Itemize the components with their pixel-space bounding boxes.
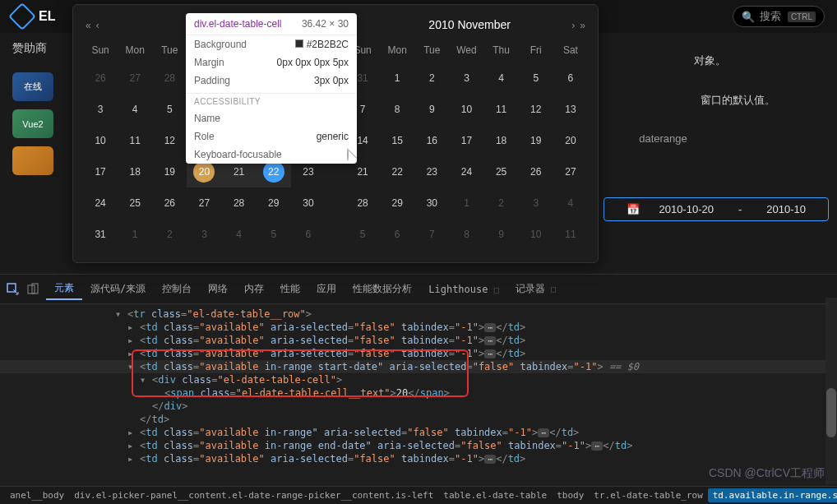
date-cell[interactable]: 5 bbox=[257, 219, 291, 250]
date-cell[interactable]: 27 bbox=[187, 187, 221, 219]
code-line[interactable]: </div> bbox=[0, 400, 837, 413]
date-cell[interactable]: 2 bbox=[484, 187, 519, 219]
code-line[interactable]: <td class="available" aria-selected="fal… bbox=[0, 347, 837, 360]
date-cell[interactable]: 19 bbox=[152, 156, 187, 187]
device-icon[interactable] bbox=[26, 283, 39, 296]
date-cell[interactable]: 27 bbox=[118, 62, 152, 94]
date-cell[interactable]: 13 bbox=[553, 94, 588, 125]
next-month-icon[interactable]: › bbox=[569, 20, 577, 31]
devtools-tab[interactable]: 源代码/来源 bbox=[82, 279, 154, 299]
date-cell[interactable]: 10 bbox=[83, 125, 118, 156]
code-line[interactable]: <td class="available" aria-selected="fal… bbox=[0, 321, 837, 334]
date-cell[interactable]: 10 bbox=[519, 219, 553, 250]
devtools-tab[interactable]: 性能数据分析 bbox=[345, 279, 420, 299]
date-cell[interactable]: 24 bbox=[83, 187, 118, 219]
date-cell[interactable]: 19 bbox=[519, 125, 553, 156]
inspect-icon[interactable] bbox=[7, 283, 20, 296]
date-cell[interactable]: 27 bbox=[553, 156, 588, 187]
date-cell[interactable]: 18 bbox=[118, 156, 152, 187]
code-line[interactable]: <td class="available" aria-selected="fal… bbox=[0, 452, 837, 465]
date-cell[interactable]: 9 bbox=[484, 219, 519, 250]
code-line[interactable]: <td class="available in-range start-date… bbox=[0, 360, 837, 373]
date-cell[interactable]: 4 bbox=[553, 187, 588, 219]
sponsor-card-2[interactable]: Vue2 bbox=[12, 109, 53, 138]
breadcrumb-item[interactable]: table.el-date-table bbox=[438, 488, 552, 502]
date-cell[interactable]: 31 bbox=[83, 219, 118, 250]
devtools-tab[interactable]: 控制台 bbox=[154, 279, 200, 299]
date-cell[interactable]: 3 bbox=[519, 187, 553, 219]
date-cell[interactable]: 10 bbox=[449, 94, 483, 125]
date-cell[interactable]: 6 bbox=[380, 219, 414, 250]
date-cell[interactable]: 11 bbox=[553, 219, 588, 250]
date-cell[interactable]: 28 bbox=[345, 187, 380, 219]
date-cell[interactable]: 17 bbox=[449, 125, 483, 156]
date-cell[interactable]: 29 bbox=[380, 187, 414, 219]
code-line[interactable]: <tr class="el-date-table__row"> bbox=[0, 307, 837, 321]
date-cell[interactable]: 5 bbox=[152, 94, 187, 125]
date-cell[interactable]: 26 bbox=[152, 187, 187, 219]
date-cell[interactable]: 28 bbox=[152, 62, 187, 94]
prev-year-icon[interactable]: « bbox=[83, 20, 94, 31]
code-line[interactable]: <td class="available in-range" aria-sele… bbox=[0, 426, 837, 439]
code-line[interactable]: <td class="available in-range end-date" … bbox=[0, 439, 837, 452]
code-line[interactable]: <span class="el-date-table-cell__text">2… bbox=[0, 386, 837, 400]
date-cell[interactable]: 2 bbox=[152, 219, 187, 250]
devtools-tab[interactable]: 性能 bbox=[272, 279, 308, 299]
date-cell[interactable]: 1 bbox=[449, 187, 483, 219]
date-cell[interactable]: 9 bbox=[414, 94, 449, 125]
date-cell[interactable]: 8 bbox=[380, 94, 414, 125]
devtools-tab[interactable]: 内存 bbox=[236, 279, 272, 299]
scrollbar[interactable] bbox=[825, 298, 837, 484]
date-cell[interactable]: 3 bbox=[83, 94, 118, 125]
date-cell[interactable]: 6 bbox=[291, 219, 326, 250]
date-cell[interactable]: 2 bbox=[414, 62, 449, 94]
breadcrumb-item[interactable]: div.el-picker-panel__content.el-date-ran… bbox=[69, 488, 438, 502]
date-cell[interactable]: 12 bbox=[152, 125, 187, 156]
date-cell[interactable]: 30 bbox=[414, 187, 449, 219]
date-cell[interactable]: 26 bbox=[83, 62, 118, 94]
date-cell[interactable]: 6 bbox=[553, 62, 588, 94]
date-cell[interactable]: 17 bbox=[83, 156, 118, 187]
code-line[interactable]: </td> bbox=[0, 413, 837, 426]
date-cell[interactable]: 25 bbox=[484, 156, 519, 187]
date-cell[interactable]: 11 bbox=[118, 125, 152, 156]
date-cell[interactable]: 12 bbox=[519, 94, 553, 125]
date-cell[interactable]: 3 bbox=[187, 219, 221, 250]
devtools-tab[interactable]: 记录器 ⬚ bbox=[507, 279, 564, 299]
date-cell[interactable]: 5 bbox=[345, 219, 380, 250]
sponsor-card-1[interactable]: 在线 bbox=[12, 72, 53, 101]
date-cell[interactable]: 24 bbox=[449, 156, 483, 187]
date-cell[interactable]: 8 bbox=[449, 219, 483, 250]
date-cell[interactable]: 23 bbox=[414, 156, 449, 187]
date-cell[interactable]: 4 bbox=[484, 62, 519, 94]
date-cell[interactable]: 3 bbox=[449, 62, 483, 94]
date-cell[interactable]: 20 bbox=[553, 125, 588, 156]
date-cell[interactable]: 30 bbox=[291, 187, 326, 219]
date-cell[interactable]: 11 bbox=[484, 94, 519, 125]
sponsor-card-3[interactable] bbox=[12, 146, 53, 175]
devtools-tab[interactable]: 网络 bbox=[200, 279, 236, 299]
code-line[interactable]: <div class="el-date-table-cell"> bbox=[0, 373, 837, 386]
date-cell[interactable]: 28 bbox=[222, 187, 257, 219]
logo[interactable]: EL bbox=[12, 7, 55, 26]
date-cell[interactable]: 22 bbox=[380, 156, 414, 187]
date-cell[interactable]: 4 bbox=[118, 94, 152, 125]
date-range-input[interactable]: 📅 2010-10-20 - 2010-10 bbox=[603, 197, 829, 221]
date-cell[interactable]: 1 bbox=[380, 62, 414, 94]
date-cell[interactable]: 4 bbox=[222, 219, 257, 250]
devtools-tab[interactable]: 应用 bbox=[308, 279, 345, 299]
prev-month-icon[interactable]: ‹ bbox=[94, 20, 102, 31]
date-cell[interactable]: 25 bbox=[118, 187, 152, 219]
date-cell[interactable]: 16 bbox=[414, 125, 449, 156]
search-box[interactable]: 🔍 搜索 CTRL bbox=[733, 6, 825, 27]
date-cell[interactable]: 15 bbox=[380, 125, 414, 156]
date-cell[interactable]: 18 bbox=[484, 125, 519, 156]
date-cell[interactable]: 26 bbox=[519, 156, 553, 187]
code-line[interactable]: <td class="available" aria-selected="fal… bbox=[0, 334, 837, 347]
next-year-icon[interactable]: » bbox=[577, 20, 588, 31]
breadcrumb-item[interactable]: tr.el-date-table_row bbox=[589, 488, 707, 502]
date-cell[interactable]: 29 bbox=[257, 187, 291, 219]
elements-panel[interactable]: <tr class="el-date-table__row"><td class… bbox=[0, 304, 837, 485]
devtools-tab[interactable]: 元素 bbox=[46, 278, 82, 300]
date-cell[interactable]: 1 bbox=[118, 219, 152, 250]
